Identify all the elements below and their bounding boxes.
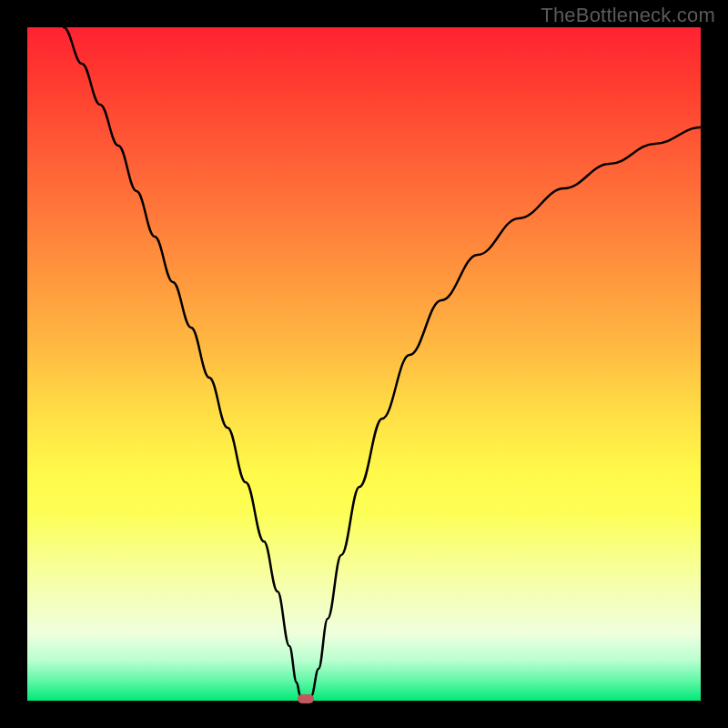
curve-left-branch [64,27,300,696]
bottleneck-curve [27,27,701,701]
watermark-text: TheBottleneck.com [541,4,715,27]
chart-frame: TheBottleneck.com [0,0,728,728]
curve-right-branch [311,127,701,696]
plot-area [27,27,701,701]
optimal-marker [298,694,314,703]
